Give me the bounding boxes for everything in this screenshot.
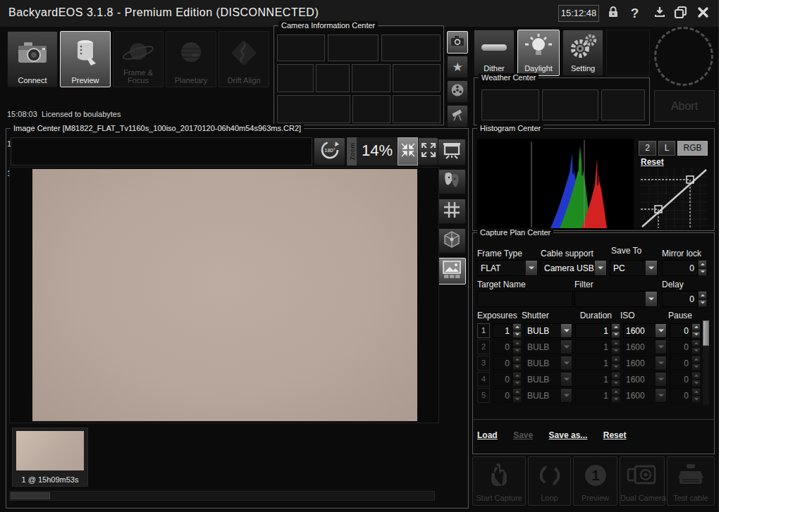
iso-select[interactable]: 1600 [623, 356, 667, 370]
pause-spinner[interactable]: 0 [670, 323, 701, 338]
frame-type-select[interactable]: FLAT [477, 260, 538, 276]
pause-spinner[interactable]: 0 [670, 339, 701, 354]
weather-cell [542, 89, 598, 120]
camera-info-cell [393, 95, 441, 123]
shutter-select[interactable]: BULB [524, 372, 572, 387]
curves-widget[interactable] [641, 168, 708, 228]
mode-label: Connect [8, 77, 57, 85]
target-name-input[interactable] [477, 291, 573, 307]
iso-select[interactable]: 1600 [623, 339, 667, 354]
spinner-arrows[interactable] [698, 260, 707, 276]
dual-camera-button[interactable]: Dual Camera [620, 456, 665, 506]
delay-spinner[interactable]: 0 [662, 291, 707, 307]
row-index: 5 [477, 388, 490, 403]
mode-label: Frame & Focus [113, 69, 163, 85]
telescope-tab-button[interactable] [447, 105, 468, 127]
frame-type-label: Frame Type [477, 249, 522, 258]
cube-3d-button[interactable] [438, 228, 466, 254]
duration-spinner[interactable]: 1 [575, 323, 620, 338]
dither-button[interactable]: Dither [474, 30, 515, 76]
save-to-select[interactable]: PC [610, 260, 658, 276]
daylight-button[interactable]: Daylight [517, 30, 560, 76]
save-as-link[interactable]: Save as... [549, 430, 588, 440]
mask-overlay-button[interactable] [438, 169, 466, 194]
grid-overlay-button[interactable] [438, 199, 466, 224]
pause-spinner[interactable]: 0 [670, 372, 701, 387]
planetary-button[interactable]: Planetary [166, 31, 216, 87]
rotate-icon: 180° [318, 138, 342, 165]
drift-align-button[interactable]: Drift Align [219, 31, 269, 87]
star-tab-button[interactable]: ★ [447, 56, 468, 78]
filmstrip-scrollbar[interactable] [9, 491, 435, 501]
zoom-full-button[interactable] [418, 137, 438, 166]
spinner-arrows[interactable] [698, 291, 707, 307]
capture-plan-center: Capture Plan Center Frame Type Cable sup… [472, 232, 715, 454]
mode-label: Preview [61, 77, 110, 85]
setting-button[interactable]: Setting [562, 30, 603, 76]
shutter-select[interactable]: BULB [524, 388, 572, 403]
camera-connect-icon [8, 33, 57, 73]
abort-button[interactable]: Abort [654, 90, 715, 122]
minimize-button[interactable] [650, 4, 669, 23]
shutter-select[interactable]: BULB [524, 339, 572, 354]
thumbnail-item[interactable]: 1 @ 15h09m53s [12, 427, 88, 487]
duration-spinner[interactable]: 1 [575, 388, 620, 403]
dual-camera-icon [620, 460, 664, 491]
rotate-label-svg: 180° [324, 147, 336, 154]
filter-label: Filter [574, 280, 593, 289]
count-spinner[interactable]: 1 [493, 323, 522, 338]
mirror-lock-spinner[interactable]: 0 [662, 260, 707, 276]
preview-button[interactable]: Preview [60, 31, 111, 87]
frame-focus-button[interactable]: Frame & Focus [113, 31, 164, 87]
iso-select[interactable]: 1600 [623, 323, 667, 338]
thumbnail-image [16, 431, 84, 470]
iso-select[interactable]: 1600 [623, 388, 667, 403]
count-spinner[interactable]: 0 [493, 356, 522, 370]
film-reel-tab-button[interactable] [447, 80, 468, 103]
histogram-reset-link[interactable]: Reset [641, 157, 664, 167]
exposures-scrollbar[interactable] [703, 320, 709, 405]
shutter-select[interactable]: BULB [524, 323, 572, 338]
scrollbar-thumb[interactable] [703, 320, 709, 346]
hand-click-icon [473, 460, 525, 491]
scrollbar-thumb[interactable] [11, 492, 50, 499]
lock-button[interactable] [603, 4, 622, 23]
histogram-rgb-button[interactable]: RGB [677, 141, 708, 156]
delay-value: 0 [662, 291, 698, 307]
pause-spinner[interactable]: 0 [670, 356, 701, 370]
load-link[interactable]: Load [477, 430, 498, 440]
histogram-2x-button[interactable]: 2 [639, 141, 656, 156]
close-button[interactable] [694, 4, 713, 23]
shutter-select[interactable]: BULB [524, 356, 572, 370]
histogram-luminance-button[interactable]: L [658, 141, 675, 156]
loop-button[interactable]: Loop [528, 456, 571, 506]
restore-button[interactable] [671, 4, 690, 23]
duration-spinner[interactable]: 1 [575, 339, 620, 354]
count-spinner[interactable]: 0 [493, 339, 522, 354]
zoom-fit-button[interactable] [398, 137, 418, 166]
test-cable-button[interactable]: Test cable [667, 456, 715, 506]
iso-select[interactable]: 1600 [623, 372, 667, 387]
image-canvas[interactable] [9, 167, 439, 423]
cable-support-select[interactable]: Camera USB [541, 260, 607, 276]
duration-spinner[interactable]: 1 [575, 372, 620, 387]
thumbnail-caption: 1 @ 15h09m53s [13, 475, 87, 484]
count-spinner[interactable]: 0 [493, 388, 522, 403]
help-button[interactable]: ? [625, 4, 644, 23]
rotate-180-button[interactable]: 180° [314, 137, 345, 166]
preview-capture-button[interactable]: 1 Preview [573, 456, 617, 506]
save-link[interactable]: Save [513, 430, 533, 440]
count-spinner[interactable]: 0 [493, 372, 522, 387]
duration-spinner[interactable]: 1 [575, 356, 620, 370]
filter-select[interactable] [574, 291, 658, 307]
start-capture-button[interactable]: Start Capture [472, 456, 526, 506]
quick-label: Daylight [518, 64, 559, 73]
reset-link[interactable]: Reset [603, 430, 627, 440]
action-button-row: Start Capture Loop 1 Preview Dual Camera… [472, 456, 715, 506]
save-to-label: Save To [611, 246, 641, 256]
pause-spinner[interactable]: 0 [670, 388, 701, 403]
screen-stretch-button[interactable] [438, 139, 466, 166]
camera-tab-button[interactable] [447, 31, 468, 54]
gallery-button[interactable] [438, 258, 466, 285]
connect-button[interactable]: Connect [7, 31, 58, 87]
